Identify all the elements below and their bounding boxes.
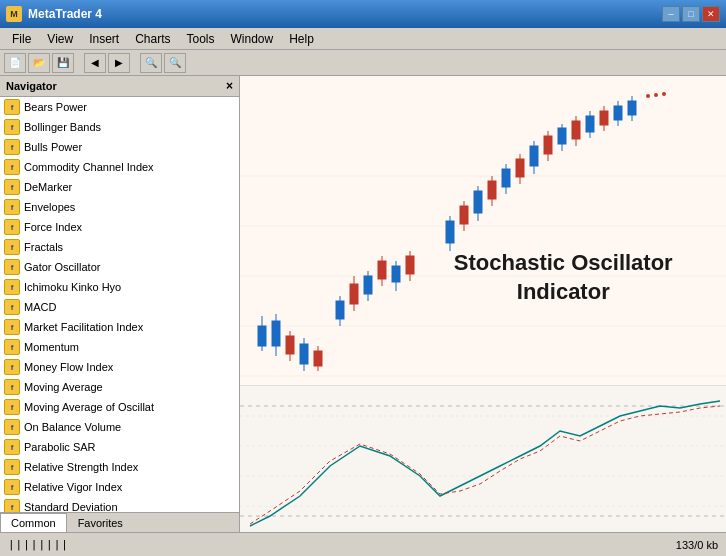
menu-insert[interactable]: Insert bbox=[81, 30, 127, 48]
status-chart-icon: |||||||| bbox=[8, 538, 69, 551]
svg-rect-15 bbox=[258, 326, 266, 346]
indicator-label: Gator Oscillator bbox=[24, 261, 100, 273]
list-item[interactable]: fDeMarker bbox=[0, 177, 239, 197]
toolbar-btn-2[interactable]: 📂 bbox=[28, 53, 50, 73]
svg-rect-19 bbox=[286, 336, 294, 354]
indicator-label: Momentum bbox=[24, 341, 79, 353]
list-item[interactable]: fOn Balance Volume bbox=[0, 417, 239, 437]
toolbar-btn-5[interactable]: ▶ bbox=[108, 53, 130, 73]
indicator-icon: f bbox=[4, 299, 20, 315]
menu-window[interactable]: Window bbox=[223, 30, 282, 48]
list-item[interactable]: fParabolic SAR bbox=[0, 437, 239, 457]
svg-rect-41 bbox=[474, 191, 482, 213]
minimize-button[interactable]: – bbox=[662, 6, 680, 22]
indicator-icon: f bbox=[4, 279, 20, 295]
svg-rect-61 bbox=[614, 106, 622, 120]
indicator-label: Force Index bbox=[24, 221, 82, 233]
indicator-icon: f bbox=[4, 259, 20, 275]
app-icon: M bbox=[6, 6, 22, 22]
indicator-label: Parabolic SAR bbox=[24, 441, 96, 453]
navigator-header: Navigator × bbox=[0, 76, 239, 97]
indicator-icon: f bbox=[4, 459, 20, 475]
indicator-label: Bollinger Bands bbox=[24, 121, 101, 133]
indicator-label: Money Flow Index bbox=[24, 361, 113, 373]
list-item[interactable]: fMomentum bbox=[0, 337, 239, 357]
chart-svg bbox=[240, 76, 726, 532]
menu-charts[interactable]: Charts bbox=[127, 30, 178, 48]
indicator-icon: f bbox=[4, 339, 20, 355]
toolbar-btn-1[interactable]: 📄 bbox=[4, 53, 26, 73]
svg-rect-47 bbox=[516, 159, 524, 177]
main-content: Navigator × fBears PowerfBollinger Bands… bbox=[0, 76, 726, 532]
indicator-icon: f bbox=[4, 159, 20, 175]
svg-rect-53 bbox=[558, 128, 566, 144]
list-item[interactable]: fForce Index bbox=[0, 217, 239, 237]
list-item[interactable]: fStandard Deviation bbox=[0, 497, 239, 512]
svg-rect-37 bbox=[446, 221, 454, 243]
svg-rect-23 bbox=[314, 351, 322, 366]
indicator-icon: f bbox=[4, 359, 20, 375]
tab-common[interactable]: Common bbox=[0, 513, 67, 532]
indicator-icon: f bbox=[4, 379, 20, 395]
svg-rect-51 bbox=[544, 136, 552, 154]
indicator-label: On Balance Volume bbox=[24, 421, 121, 433]
list-item[interactable]: fMarket Facilitation Index bbox=[0, 317, 239, 337]
tab-favorites[interactable]: Favorites bbox=[67, 513, 134, 532]
svg-point-66 bbox=[662, 92, 666, 96]
navigator-panel: Navigator × fBears PowerfBollinger Bands… bbox=[0, 76, 240, 532]
svg-rect-35 bbox=[406, 256, 414, 274]
menu-tools[interactable]: Tools bbox=[179, 30, 223, 48]
svg-rect-33 bbox=[392, 266, 400, 282]
toolbar-btn-7[interactable]: 🔍 bbox=[164, 53, 186, 73]
menu-file[interactable]: File bbox=[4, 30, 39, 48]
indicator-icon: f bbox=[4, 319, 20, 335]
list-item[interactable]: fBears Power bbox=[0, 97, 239, 117]
list-item[interactable]: fBollinger Bands bbox=[0, 117, 239, 137]
list-item[interactable]: fGator Oscillator bbox=[0, 257, 239, 277]
toolbar-btn-3[interactable]: 💾 bbox=[52, 53, 74, 73]
list-item[interactable]: fRelative Strength Index bbox=[0, 457, 239, 477]
svg-rect-31 bbox=[378, 261, 386, 279]
svg-rect-55 bbox=[572, 121, 580, 139]
svg-point-64 bbox=[646, 94, 650, 98]
menu-bar: File View Insert Charts Tools Window Hel… bbox=[0, 28, 726, 50]
status-bar: |||||||| 133/0 kb bbox=[0, 532, 726, 556]
svg-rect-25 bbox=[336, 301, 344, 319]
indicator-label: Bears Power bbox=[24, 101, 87, 113]
indicator-label: Envelopes bbox=[24, 201, 75, 213]
close-button[interactable]: ✕ bbox=[702, 6, 720, 22]
menu-view[interactable]: View bbox=[39, 30, 81, 48]
list-item[interactable]: fFractals bbox=[0, 237, 239, 257]
window-controls: – □ ✕ bbox=[662, 6, 720, 22]
list-item[interactable]: fMACD bbox=[0, 297, 239, 317]
svg-rect-29 bbox=[364, 276, 372, 294]
indicator-icon: f bbox=[4, 499, 20, 512]
navigator-list[interactable]: fBears PowerfBollinger BandsfBulls Power… bbox=[0, 97, 239, 512]
list-item[interactable]: fIchimoku Kinko Hyo bbox=[0, 277, 239, 297]
list-item[interactable]: fEnvelopes bbox=[0, 197, 239, 217]
indicator-label: Standard Deviation bbox=[24, 501, 118, 512]
maximize-button[interactable]: □ bbox=[682, 6, 700, 22]
svg-rect-43 bbox=[488, 181, 496, 199]
indicator-label: Relative Vigor Index bbox=[24, 481, 122, 493]
chart-area[interactable]: Stochastic Oscillator Indicator bbox=[240, 76, 726, 532]
navigator-close-button[interactable]: × bbox=[226, 79, 233, 93]
list-item[interactable]: fMoney Flow Index bbox=[0, 357, 239, 377]
indicator-label: Relative Strength Index bbox=[24, 461, 138, 473]
status-memory: 133/0 kb bbox=[676, 539, 718, 551]
svg-point-65 bbox=[654, 93, 658, 97]
list-item[interactable]: fMoving Average bbox=[0, 377, 239, 397]
toolbar-btn-4[interactable]: ◀ bbox=[84, 53, 106, 73]
list-item[interactable]: fMoving Average of Oscillat bbox=[0, 397, 239, 417]
indicator-icon: f bbox=[4, 139, 20, 155]
menu-help[interactable]: Help bbox=[281, 30, 322, 48]
list-item[interactable]: fRelative Vigor Index bbox=[0, 477, 239, 497]
svg-rect-27 bbox=[350, 284, 358, 304]
toolbar-btn-6[interactable]: 🔍 bbox=[140, 53, 162, 73]
list-item[interactable]: fCommodity Channel Index bbox=[0, 157, 239, 177]
indicator-icon: f bbox=[4, 399, 20, 415]
indicator-label: Market Facilitation Index bbox=[24, 321, 143, 333]
svg-rect-17 bbox=[272, 321, 280, 346]
list-item[interactable]: fBulls Power bbox=[0, 137, 239, 157]
svg-rect-49 bbox=[530, 146, 538, 166]
